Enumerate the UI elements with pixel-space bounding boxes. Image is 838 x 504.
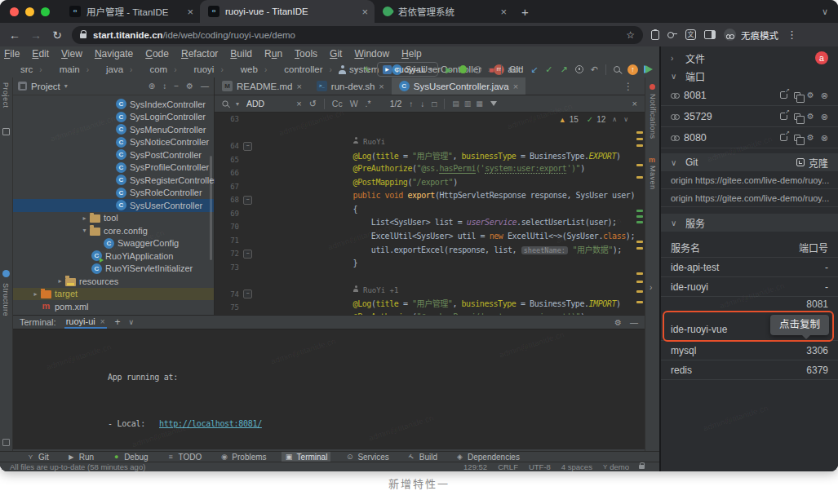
open-port-icon[interactable] — [780, 134, 787, 141]
git-origin-row[interactable]: origin https://gitee.com/live-demo/ruoy.… — [661, 171, 838, 189]
close-port-icon[interactable]: ⊗ — [821, 113, 828, 121]
error-stripe[interactable] — [635, 113, 645, 315]
tree-item[interactable]: SwaggerConfig — [13, 237, 214, 250]
breadcrumb-item[interactable]: ruoyi › — [180, 64, 227, 75]
port-settings-icon[interactable]: ⚙ — [807, 91, 814, 99]
select-all-matches-icon[interactable]: □ — [432, 99, 437, 108]
forward-button[interactable]: → — [29, 29, 42, 42]
notifications-stripe-button[interactable]: Notifications — [649, 94, 657, 139]
clone-button[interactable]: 克隆 — [796, 156, 828, 170]
next-issue-icon[interactable]: ∨ — [623, 116, 628, 123]
toolwindow-button[interactable]: TODO — [163, 452, 206, 462]
regex-toggle[interactable]: .* — [366, 99, 371, 108]
inspections-widget[interactable]: ▲ 15 ✓ 12 ∧ ∨ — [556, 114, 632, 125]
menu-item[interactable]: Edit — [32, 48, 49, 60]
tree-item[interactable]: SysRegisterController — [13, 174, 214, 187]
status-item[interactable]: CRLF — [498, 462, 518, 471]
service-port[interactable]: - — [825, 281, 828, 293]
browser-tab[interactable]: 若依管理系统 × — [375, 0, 513, 23]
filter-funnel-icon[interactable] — [490, 101, 497, 106]
search-everywhere-icon[interactable] — [614, 66, 620, 73]
tree-item[interactable]: ▸ resources — [13, 275, 214, 288]
stripe-mark[interactable] — [636, 131, 643, 134]
maven-icon[interactable]: m — [649, 156, 655, 164]
close-port-icon[interactable]: ⊗ — [821, 91, 828, 99]
tab-close-icon[interactable]: × — [379, 82, 384, 91]
search-query[interactable]: ADD — [246, 99, 264, 108]
port-settings-icon[interactable]: ⚙ — [807, 113, 814, 121]
breadcrumb-item[interactable]: main › — [46, 64, 92, 75]
stripe-mark[interactable] — [636, 176, 643, 179]
menu-item[interactable]: Refactor — [181, 48, 218, 60]
search-icon[interactable] — [222, 100, 228, 106]
password-key-icon[interactable] — [667, 30, 677, 40]
menu-item[interactable]: Code — [145, 48, 169, 60]
coverage-button[interactable] — [474, 66, 481, 73]
panel-header-icon[interactable]: ⊕ — [149, 82, 155, 91]
service-row[interactable]: redis 6379 — [661, 360, 838, 380]
breadcrumb-item[interactable]: java › — [92, 64, 135, 75]
tab-close-icon[interactable]: × — [500, 6, 507, 18]
git-push-icon[interactable]: ↗ — [561, 64, 568, 75]
stripe-mark[interactable] — [636, 138, 643, 140]
service-row[interactable]: ide-ruoyi - — [661, 277, 838, 297]
project-stripe-button[interactable]: Project — [2, 82, 10, 108]
browser-tab[interactable]: ruoyi-vue - TitanIDE × — [200, 0, 375, 23]
service-row[interactable]: ide-api-test - — [661, 258, 838, 277]
stripe-mark[interactable] — [636, 281, 643, 283]
code-editor[interactable]: 63 R — [215, 113, 645, 315]
terminal-tab-close-icon[interactable]: × — [100, 317, 105, 326]
service-port[interactable]: 8081 — [806, 298, 828, 310]
reload-button[interactable]: ↻ — [51, 29, 64, 42]
toolwindow-button[interactable]: Build — [404, 452, 441, 462]
copy-port-icon[interactable] — [794, 92, 800, 99]
copy-port-icon[interactable] — [794, 113, 800, 120]
tree-chevron-icon[interactable]: ▸ — [79, 214, 90, 222]
browser-tab[interactable]: 用户管理 - TitanIDE × — [61, 0, 200, 23]
stripe-mark[interactable] — [636, 272, 643, 275]
menu-item[interactable]: Build — [230, 48, 252, 60]
editor-tab[interactable]: SysUserController.java × — [392, 77, 525, 95]
status-item[interactable]: UTF-8 — [529, 462, 551, 471]
editor-tab[interactable]: README.md × — [215, 77, 309, 95]
previous-match-icon[interactable]: ↑ — [409, 99, 413, 108]
project-panel-title[interactable]: Project — [31, 82, 60, 91]
terminal-dropdown-icon[interactable]: ∨ — [129, 318, 135, 326]
search-filter-icon[interactable]: ▦ — [476, 99, 483, 108]
vcs-status[interactable]: All files are up-to-date (58 minutes ago… — [10, 462, 145, 471]
terminal-minimize-icon[interactable]: — — [630, 318, 638, 327]
breadcrumb-item[interactable]: src › — [7, 64, 46, 75]
port-settings-icon[interactable]: ⚙ — [807, 134, 814, 142]
tab-close-icon[interactable]: × — [361, 6, 368, 18]
toolwindow-button[interactable]: Services — [342, 452, 392, 462]
search-filter-icon[interactable]: ▤ — [452, 99, 459, 108]
tree-chevron-icon[interactable]: ▾ — [79, 227, 90, 234]
stripe-mark[interactable] — [636, 247, 643, 250]
tab-close-icon[interactable]: × — [513, 82, 518, 91]
regex-undo-icon[interactable]: ↺ — [309, 99, 317, 109]
stripe-mark[interactable] — [636, 144, 643, 147]
tab-close-icon[interactable]: × — [296, 82, 301, 91]
stripe-mark[interactable] — [636, 221, 643, 223]
editor-tab[interactable]: run-dev.sh × — [309, 77, 392, 95]
user-badge[interactable]: a — [815, 51, 828, 64]
new-tab-button[interactable]: + — [521, 5, 529, 19]
files-section-header[interactable]: › 文件 — [661, 49, 838, 67]
build-hammer-icon[interactable]: T — [362, 64, 372, 74]
back-button[interactable]: ← — [8, 29, 21, 42]
stripe-mark[interactable] — [636, 241, 643, 243]
close-port-icon[interactable]: ⊗ — [821, 134, 828, 142]
stripe-expand-icon[interactable]: › — [650, 283, 652, 292]
notifications-bell-icon[interactable] — [650, 84, 655, 90]
tree-item[interactable]: RuoYiServletInitializer — [13, 263, 214, 276]
tree-chevron-icon[interactable]: ▸ — [55, 277, 65, 285]
tree-item[interactable]: SysProfileController — [13, 161, 214, 175]
status-item[interactable]: 129:52 — [463, 462, 487, 471]
stripe-mark[interactable] — [636, 290, 643, 293]
browser-menu-icon[interactable]: ⋮ — [787, 29, 797, 41]
tab-close-icon[interactable]: × — [187, 6, 193, 18]
close-window-button[interactable] — [10, 7, 19, 16]
search-filter-icon[interactable]: ▥ — [464, 99, 472, 108]
toolwindow-button[interactable]: Debug — [109, 452, 151, 462]
port-row[interactable]: 8081 ⚙ ⊗ — [661, 85, 838, 106]
